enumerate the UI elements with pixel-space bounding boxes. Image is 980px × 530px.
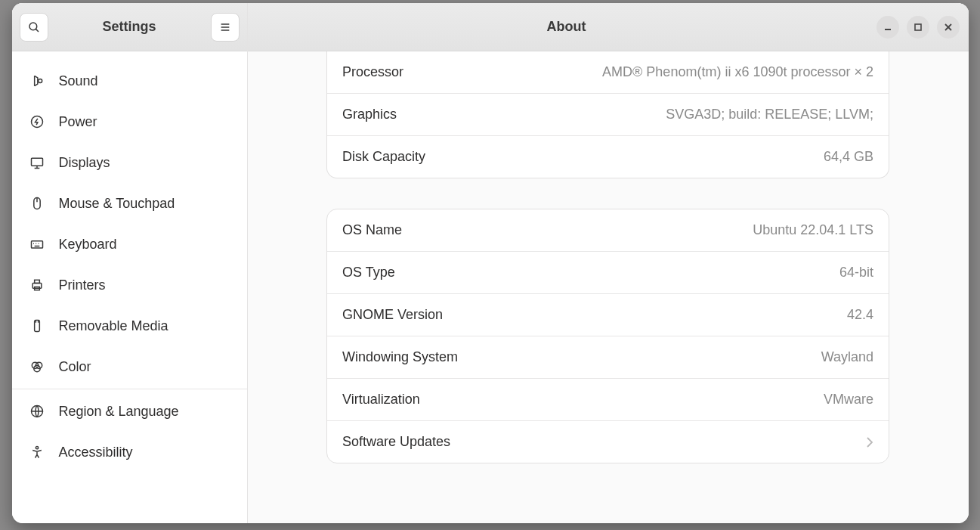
sidebar-separator <box>12 389 247 389</box>
info-row-disk: Disk Capacity 64,4 GB <box>327 136 889 178</box>
row-value: 42.4 <box>847 307 873 323</box>
sidebar-item-label: Mouse & Touchpad <box>59 196 175 212</box>
svg-point-5 <box>38 79 42 83</box>
search-icon <box>27 20 41 34</box>
row-value: VMware <box>824 392 873 408</box>
info-row-gnome: GNOME Version 42.4 <box>327 294 889 336</box>
info-row-windowing: Windowing System Wayland <box>327 336 889 379</box>
maximize-button[interactable] <box>907 16 929 39</box>
sidebar-item-keyboard[interactable]: Keyboard <box>12 224 247 265</box>
row-value: 64,4 GB <box>824 149 873 165</box>
removable-icon <box>29 318 45 334</box>
displays-icon <box>29 154 45 171</box>
sidebar-items: Sound Power Displays Mouse & Touchpad <box>12 51 247 523</box>
sidebar-item-color[interactable]: Color <box>12 346 247 387</box>
close-button[interactable] <box>937 16 960 39</box>
row-label: OS Name <box>342 222 402 238</box>
chevron-right-icon <box>866 436 873 448</box>
svg-point-0 <box>29 23 37 30</box>
hardware-card: Processor AMD® Phenom(tm) ii x6 1090t pr… <box>326 51 889 178</box>
sidebar-item-removable[interactable]: Removable Media <box>12 305 247 346</box>
row-value: SVGA3D; build: RELEASE; LLVM; <box>666 107 873 122</box>
main-panel: About <box>248 3 969 523</box>
sidebar: Settings Sound Power <box>12 3 248 523</box>
window-controls <box>876 16 960 39</box>
sidebar-item-power[interactable]: Power <box>12 101 247 142</box>
sidebar-item-region[interactable]: Region & Language <box>12 391 247 432</box>
row-label: GNOME Version <box>342 307 443 323</box>
row-label: Processor <box>342 64 403 80</box>
info-row-osname: OS Name Ubuntu 22.04.1 LTS <box>327 209 889 252</box>
info-row-graphics: Graphics SVGA3D; build: RELEASE; LLVM; <box>327 94 889 136</box>
menu-button[interactable] <box>211 13 240 42</box>
close-icon <box>944 23 953 32</box>
sidebar-item-label: Accessibility <box>59 445 133 460</box>
row-label: Windowing System <box>342 349 458 365</box>
minimize-button[interactable] <box>876 16 899 39</box>
sidebar-item-label: Region & Language <box>59 404 179 420</box>
row-value: 64-bit <box>839 265 873 280</box>
hamburger-icon <box>219 21 231 33</box>
sidebar-item-accessibility[interactable]: Accessibility <box>12 432 247 473</box>
row-value: Wayland <box>821 349 873 365</box>
mouse-icon <box>29 195 45 212</box>
region-icon <box>29 403 45 420</box>
sidebar-item-printers[interactable]: Printers <box>12 265 247 305</box>
row-label: Graphics <box>342 107 397 122</box>
row-label: Software Updates <box>342 434 450 450</box>
settings-window: Settings Sound Power <box>12 3 969 523</box>
keyboard-icon <box>29 236 45 253</box>
svg-line-1 <box>36 29 39 32</box>
svg-rect-21 <box>915 24 921 30</box>
row-value: Ubuntu 22.04.1 LTS <box>753 222 873 238</box>
info-row-processor: Processor AMD® Phenom(tm) ii x6 1090t pr… <box>327 51 889 94</box>
page-title: About <box>257 19 876 35</box>
os-card: OS Name Ubuntu 22.04.1 LTS OS Type 64-bi… <box>326 209 889 463</box>
svg-rect-10 <box>31 241 42 248</box>
sidebar-item-label: Sound <box>59 73 98 89</box>
sidebar-item-displays[interactable]: Displays <box>12 142 247 183</box>
sidebar-item-label: Keyboard <box>59 237 117 253</box>
svg-point-6 <box>31 116 42 128</box>
maximize-icon <box>914 23 923 32</box>
row-label: Virtualization <box>342 392 420 408</box>
row-value: AMD® Phenom(tm) ii x6 1090t processor × … <box>602 64 873 80</box>
sidebar-item-label: Displays <box>59 155 110 171</box>
row-label: OS Type <box>342 265 395 280</box>
svg-rect-12 <box>34 280 39 283</box>
svg-point-19 <box>36 447 38 449</box>
sidebar-item-label: Printers <box>59 277 106 293</box>
sidebar-header: Settings <box>12 3 247 51</box>
sound-icon <box>29 73 45 89</box>
svg-rect-7 <box>31 158 42 166</box>
sidebar-item-label: Removable Media <box>59 318 168 334</box>
accessibility-icon <box>29 444 45 460</box>
software-updates-row[interactable]: Software Updates <box>327 421 889 463</box>
content: Processor AMD® Phenom(tm) ii x6 1090t pr… <box>248 51 969 523</box>
sidebar-item-sound[interactable]: Sound <box>12 60 247 101</box>
sidebar-item-mouse[interactable]: Mouse & Touchpad <box>12 183 247 224</box>
color-icon <box>29 358 45 375</box>
search-button[interactable] <box>20 13 48 42</box>
main-header: About <box>248 3 969 51</box>
info-row-ostype: OS Type 64-bit <box>327 252 889 294</box>
minimize-icon <box>883 23 892 32</box>
info-row-virtualization: Virtualization VMware <box>327 379 889 421</box>
sidebar-title: Settings <box>54 19 205 35</box>
row-label: Disk Capacity <box>342 149 425 165</box>
sidebar-item-label: Power <box>59 114 97 130</box>
sidebar-item-label: Color <box>59 359 91 375</box>
printers-icon <box>29 277 45 293</box>
power-icon <box>29 113 45 130</box>
